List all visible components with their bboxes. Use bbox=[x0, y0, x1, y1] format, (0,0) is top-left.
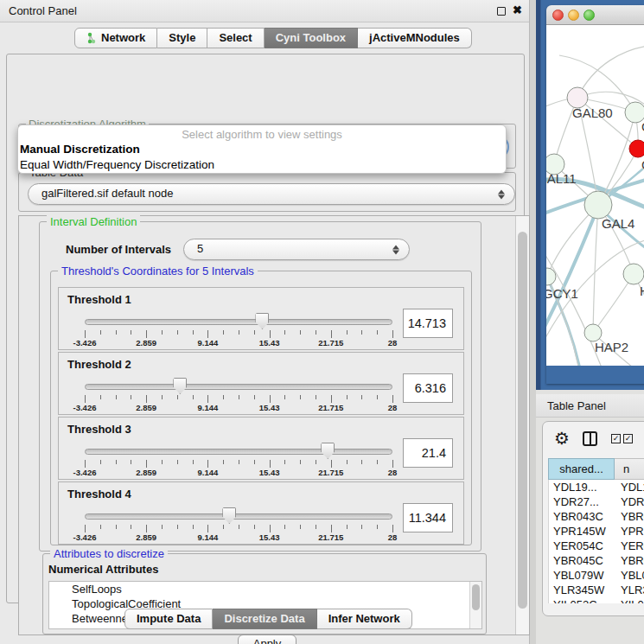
attributes-scrollbar[interactable] bbox=[469, 582, 481, 628]
tab-jactivemnodules[interactable]: jActiveMNodules bbox=[358, 28, 472, 48]
tick-mark bbox=[239, 460, 239, 464]
scale-label: 21.715 bbox=[318, 403, 343, 412]
table-row[interactable]: YLR345WYLR3 bbox=[549, 583, 644, 597]
threshold-slider[interactable]: -3.4262.8599.14415.4321.71528 bbox=[85, 418, 392, 481]
scrollbar-thumb[interactable] bbox=[472, 584, 480, 610]
slider-track[interactable] bbox=[85, 513, 392, 520]
cell-name: YDL1 bbox=[615, 480, 644, 494]
network-node-gal4[interactable] bbox=[584, 191, 612, 219]
threshold-slider[interactable]: -3.4262.8599.14415.4321.71528 bbox=[85, 482, 392, 545]
tab-select[interactable]: Select bbox=[207, 28, 264, 48]
scale-label: 2.859 bbox=[136, 468, 156, 477]
table-row[interactable]: YBR045CYBR0 bbox=[549, 553, 644, 568]
apply-button[interactable]: Apply bbox=[238, 634, 296, 644]
tick-mark bbox=[254, 525, 255, 529]
tick-mark bbox=[207, 460, 208, 468]
tab-style[interactable]: Style bbox=[157, 28, 207, 48]
threshold-panel: Threshold 1-3.4262.8599.14415.4321.71528… bbox=[58, 287, 464, 350]
table-row[interactable]: YDR27...YDR2 bbox=[549, 494, 644, 509]
tick-mark bbox=[284, 460, 285, 464]
minimize-traffic-icon[interactable] bbox=[568, 10, 579, 21]
tick-mark bbox=[361, 460, 362, 464]
tab-impute-data[interactable]: Impute Data bbox=[124, 609, 213, 629]
tab-label: Discretize Data bbox=[224, 609, 304, 628]
column-header-shared-name[interactable]: shared... bbox=[548, 458, 615, 480]
tick-mark bbox=[347, 395, 348, 399]
algorithm-option-equal-width[interactable]: Equal Width/Frequency Discretization bbox=[18, 157, 506, 173]
tick-mark bbox=[392, 395, 393, 403]
tab-discretize-data[interactable]: Discretize Data bbox=[213, 609, 316, 629]
bottom-tab-bar: Impute Data Discretize Data Infer Networ… bbox=[124, 609, 412, 629]
network-node-h[interactable] bbox=[623, 264, 644, 284]
cell-shared-name: YBR043C bbox=[549, 509, 615, 524]
cell-name: YDR2 bbox=[615, 494, 644, 509]
screen: Control Panel ✖ Network Style Select Cyn… bbox=[0, 0, 644, 644]
close-traffic-icon[interactable] bbox=[552, 10, 564, 21]
cell-name: YIL0 bbox=[615, 597, 644, 603]
settings-scrollbar[interactable] bbox=[515, 216, 529, 634]
slider-scale-labels: -3.4262.8599.14415.4321.71528 bbox=[85, 532, 392, 543]
scale-label: 9.144 bbox=[198, 403, 219, 412]
table-row[interactable]: YIL052CYIL0 bbox=[549, 597, 644, 603]
checkbox-icon[interactable]: ✓ bbox=[611, 434, 621, 443]
network-edge[interactable] bbox=[593, 205, 598, 333]
slider-track[interactable] bbox=[85, 384, 392, 390]
network-node-hap2[interactable] bbox=[584, 324, 602, 341]
tab-label: Select bbox=[219, 29, 252, 48]
algorithm-option-manual[interactable]: Manual Discretization bbox=[18, 142, 506, 157]
column-header-name[interactable]: n bbox=[615, 458, 644, 480]
table-body: YDL19...YDL1YDR27...YDR2YBR043CYBR0YPR14… bbox=[548, 480, 644, 603]
tick-mark bbox=[377, 460, 378, 464]
table-row[interactable]: YPR145WYPR1 bbox=[549, 524, 644, 539]
split-columns-icon[interactable] bbox=[583, 431, 597, 446]
threshold-slider[interactable]: -3.4262.8599.14415.4321.71528 bbox=[85, 288, 392, 351]
slider-thumb[interactable] bbox=[321, 443, 335, 459]
table-row[interactable]: YER054CYER0 bbox=[549, 539, 644, 553]
threshold-slider[interactable]: -3.4262.8599.14415.4321.71528 bbox=[85, 353, 392, 416]
checkbox-icon[interactable]: ✓ bbox=[623, 434, 633, 443]
table-row[interactable]: YBR043CYBR0 bbox=[549, 509, 644, 524]
float-window-icon[interactable] bbox=[497, 7, 506, 16]
number-of-intervals-combobox[interactable]: 5 bbox=[183, 239, 410, 260]
tick-mark bbox=[207, 330, 208, 338]
scale-label: 2.859 bbox=[136, 403, 156, 412]
threshold-value-box[interactable]: 6.316 bbox=[403, 373, 453, 403]
tab-cyni-toolbox[interactable]: Cyni Toolbox bbox=[265, 28, 358, 48]
attribute-list-item[interactable]: SelfLoops bbox=[49, 582, 481, 596]
network-nodes: GAL80GACGAL11GAL4GCY1HHAP2 bbox=[546, 87, 644, 354]
slider-thumb[interactable] bbox=[173, 378, 187, 394]
threshold-value-box[interactable]: 11.344 bbox=[403, 503, 453, 532]
tab-label: Infer Network bbox=[328, 609, 400, 628]
network-edge[interactable] bbox=[577, 46, 644, 98]
scale-label: 9.144 bbox=[198, 468, 219, 477]
tab-network[interactable]: Network bbox=[74, 28, 157, 48]
network-node-c[interactable] bbox=[629, 140, 644, 157]
panel-divider[interactable] bbox=[530, 0, 536, 644]
gear-icon[interactable]: ⚙ bbox=[554, 428, 570, 449]
tick-mark bbox=[146, 460, 147, 468]
threshold-value-box[interactable]: 21.4 bbox=[403, 438, 453, 468]
table-data-combobox[interactable]: galFiltered.sif default node bbox=[28, 183, 515, 205]
tick-mark bbox=[146, 330, 147, 338]
cell-name: YLR3 bbox=[615, 583, 644, 597]
attributes-group-label: Attributes to discretize bbox=[50, 547, 168, 560]
algorithm-popup-placeholder[interactable]: Select algorithm to view settings bbox=[18, 127, 506, 142]
threshold-value-box[interactable]: 14.713 bbox=[403, 309, 453, 338]
slider-track[interactable] bbox=[85, 319, 392, 325]
tick-mark bbox=[193, 395, 194, 399]
zoom-traffic-icon[interactable] bbox=[583, 10, 595, 21]
tick-mark bbox=[331, 330, 332, 338]
close-icon[interactable]: ✖ bbox=[513, 3, 522, 16]
slider-thumb[interactable] bbox=[255, 313, 269, 329]
tick-mark bbox=[347, 330, 348, 335]
node-table: shared... n YDL19...YDL1YDR27...YDR2YBR0… bbox=[548, 458, 644, 603]
table-row[interactable]: YDL19...YDL1 bbox=[549, 480, 644, 494]
network-canvas[interactable]: GAL80GACGAL11GAL4GCY1HHAP2 bbox=[546, 25, 644, 366]
tab-infer-network[interactable]: Infer Network bbox=[317, 609, 412, 629]
numerical-attributes-label: Numerical Attributes bbox=[48, 563, 158, 576]
slider-thumb[interactable] bbox=[222, 507, 236, 524]
tick-mark bbox=[116, 330, 117, 335]
scrollbar-thumb[interactable] bbox=[518, 232, 527, 609]
slider-track[interactable] bbox=[85, 449, 392, 455]
table-row[interactable]: YBL079WYBL0 bbox=[549, 568, 644, 583]
